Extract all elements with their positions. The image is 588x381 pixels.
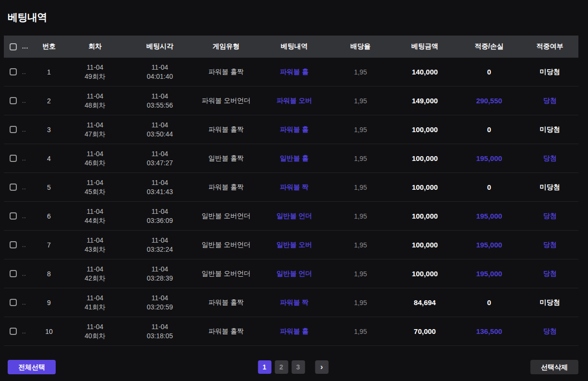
table-row: .. 2 11-04 48회차 11-04 03:55:56 파워볼 오버언더 … [4, 86, 578, 115]
row-odds: 1,95 [328, 68, 393, 76]
table-row: .. 8 11-04 42회차 11-04 03:28:39 일반볼 오버언더 … [4, 259, 578, 288]
row-bet-pick: 일반볼 언더 [260, 212, 328, 221]
header-result: 적중여부 [521, 42, 578, 51]
round-no: 49회차 [62, 72, 128, 81]
row-bet-time: 11-04 03:18:05 [128, 322, 192, 341]
bet-time-date: 11-04 [128, 294, 192, 303]
row-dots: .. [22, 242, 36, 248]
row-bet-time: 11-04 03:50:44 [128, 121, 192, 139]
table-row: .. 6 11-04 44회차 11-04 03:36:09 일반볼 오버언더 … [4, 202, 578, 231]
row-bet-time: 11-04 03:32:24 [128, 236, 192, 254]
row-bet-amount: 100,000 [393, 154, 457, 162]
row-round: 11-04 47회차 [62, 121, 128, 139]
round-date: 11-04 [62, 63, 128, 72]
round-no: 48회차 [62, 101, 128, 110]
row-dots: .. [22, 126, 36, 133]
row-checkbox[interactable] [10, 126, 17, 133]
row-result-badge: 당첨 [521, 212, 578, 221]
betting-history-table: ... 번호 회차 베팅시각 게임유형 베팅내역 배당율 베팅금액 적중/손실 … [4, 36, 578, 346]
row-number: 3 [36, 126, 62, 134]
table-row: .. 3 11-04 47회차 11-04 03:50:44 파워볼 홀짝 파워… [4, 115, 578, 144]
round-date: 11-04 [62, 207, 128, 216]
row-game-type: 일반볼 홀짝 [192, 154, 260, 163]
round-no: 40회차 [62, 332, 128, 341]
row-bet-pick: 일반볼 홀 [260, 154, 328, 163]
row-checkbox[interactable] [10, 241, 17, 248]
row-bet-amount: 149,000 [393, 97, 457, 105]
row-checkbox[interactable] [10, 270, 17, 277]
page-button-3[interactable]: 3 [291, 360, 305, 374]
bet-time-date: 11-04 [128, 121, 192, 130]
page-button-1[interactable]: 1 [258, 360, 271, 374]
row-round: 11-04 46회차 [62, 149, 128, 168]
row-bet-amount: 140,000 [393, 68, 457, 76]
row-checkbox[interactable] [10, 184, 17, 191]
row-checkbox-cell [4, 155, 22, 162]
row-odds: 1,95 [328, 241, 393, 249]
row-game-type: 파워볼 홀짝 [192, 183, 260, 192]
table-row: .. 4 11-04 46회차 11-04 03:47:27 일반볼 홀짝 일반… [4, 144, 578, 173]
row-round: 11-04 44회차 [62, 207, 128, 225]
row-checkbox[interactable] [10, 212, 17, 220]
page-button-2[interactable]: 2 [275, 360, 288, 374]
header-odds: 배당율 [328, 42, 393, 51]
row-checkbox[interactable] [10, 155, 17, 162]
pagination: 123› [258, 360, 328, 374]
row-checkbox-cell [4, 328, 22, 335]
bet-time-clock: 03:36:09 [128, 216, 192, 225]
delete-selected-button[interactable]: 선택삭제 [530, 360, 578, 374]
row-win-loss: 195,000 [457, 212, 521, 220]
header-dots: ... [22, 43, 36, 50]
row-win-loss: 0 [457, 183, 521, 191]
row-odds: 1,95 [328, 299, 393, 307]
header-game-type: 게임유형 [192, 42, 260, 51]
bet-time-clock: 04:01:40 [128, 72, 192, 81]
round-date: 11-04 [62, 121, 128, 130]
row-game-type: 파워볼 오버언더 [192, 97, 260, 105]
row-odds: 1,95 [328, 97, 393, 105]
row-result-badge: 미당첨 [521, 183, 578, 192]
next-page-button[interactable]: › [315, 360, 328, 374]
row-win-loss: 0 [457, 125, 521, 134]
bet-time-date: 11-04 [128, 265, 192, 274]
row-checkbox[interactable] [10, 68, 17, 75]
page-title: 베팅내역 [8, 11, 588, 24]
row-dots: .. [22, 299, 36, 306]
row-checkbox[interactable] [10, 97, 17, 104]
row-bet-pick: 파워볼 홀 [260, 327, 328, 336]
round-date: 11-04 [62, 236, 128, 245]
bet-time-clock: 03:32:24 [128, 245, 192, 254]
bet-time-date: 11-04 [128, 322, 192, 332]
row-checkbox[interactable] [10, 328, 17, 335]
round-date: 11-04 [62, 322, 128, 332]
bet-time-clock: 03:47:27 [128, 159, 192, 168]
row-game-type: 일반볼 오버언더 [192, 241, 260, 249]
round-date: 11-04 [62, 178, 128, 187]
round-date: 11-04 [62, 265, 128, 274]
row-bet-amount: 84,694 [393, 298, 457, 307]
row-number: 2 [36, 97, 62, 105]
row-game-type: 파워볼 홀짝 [192, 68, 260, 76]
row-bet-amount: 100,000 [393, 125, 457, 134]
row-bet-pick: 파워볼 짝 [260, 298, 328, 307]
row-win-loss: 0 [457, 68, 521, 76]
row-game-type: 파워볼 홀짝 [192, 298, 260, 307]
row-checkbox[interactable] [10, 299, 17, 306]
row-bet-pick: 일반볼 언더 [260, 270, 328, 278]
row-checkbox-cell [4, 299, 22, 306]
select-all-checkbox[interactable] [10, 43, 17, 50]
row-result-badge: 미당첨 [521, 298, 578, 307]
row-bet-time: 11-04 03:55:56 [128, 92, 192, 110]
table-row: .. 5 11-04 45회차 11-04 03:41:43 파워볼 홀짝 파워… [4, 173, 578, 202]
bet-time-date: 11-04 [128, 149, 192, 159]
row-odds: 1,95 [328, 155, 393, 162]
round-no: 44회차 [62, 216, 128, 225]
row-result-badge: 당첨 [521, 270, 578, 278]
round-date: 11-04 [62, 149, 128, 159]
row-checkbox-cell [4, 184, 22, 191]
row-result-badge: 당첨 [521, 97, 578, 105]
row-dots: .. [22, 184, 36, 191]
row-bet-amount: 100,000 [393, 270, 457, 278]
row-win-loss: 195,000 [457, 154, 521, 162]
select-all-button[interactable]: 전체선택 [8, 360, 56, 374]
